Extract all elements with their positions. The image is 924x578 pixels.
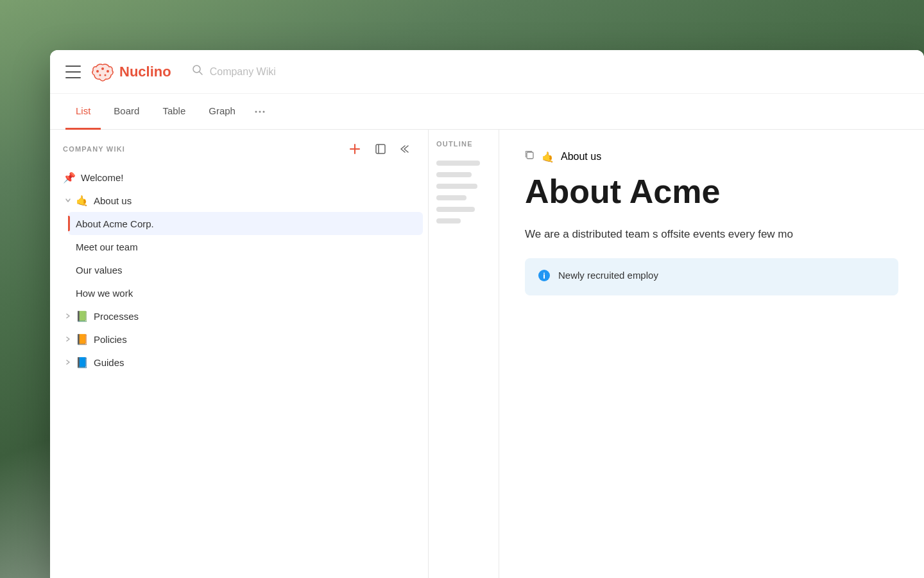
svg-rect-13 <box>408 359 414 365</box>
logo: Nuclino <box>91 62 171 82</box>
svg-point-2 <box>107 70 109 73</box>
chevron-down-icon <box>63 195 73 206</box>
sidebar-item-meet-team[interactable]: Meet our team <box>68 235 423 258</box>
policies-emoji: 📙 <box>76 333 89 346</box>
guides-label: Guides <box>94 357 406 368</box>
about-us-label: About us <box>94 195 406 206</box>
processes-label: Processes <box>94 311 406 322</box>
tab-graph[interactable]: Graph <box>198 94 246 130</box>
svg-point-8 <box>262 110 264 112</box>
content-panel: 🤙 About us About Acme We are a distribut… <box>499 130 924 578</box>
brain-logo-icon <box>91 62 114 82</box>
content-breadcrumb: 🤙 About us <box>525 150 898 163</box>
search-bar[interactable]: Company Wiki <box>192 64 276 79</box>
tabbar: List Board Table Graph <box>50 94 924 130</box>
svg-rect-10 <box>408 197 414 203</box>
sidebar-item-how-we-work[interactable]: How we work <box>68 281 423 304</box>
svg-point-7 <box>259 110 261 112</box>
processes-emoji: 📗 <box>76 310 89 322</box>
info-icon <box>538 269 551 285</box>
svg-point-4 <box>105 74 107 76</box>
svg-point-6 <box>255 110 257 112</box>
about-us-children: About Acme Corp. Meet our team Our value… <box>55 212 423 304</box>
svg-point-3 <box>99 74 101 76</box>
app-window: Nuclino Company Wiki List Board Table Gr… <box>50 50 924 578</box>
expand-panel-button[interactable] <box>372 140 389 158</box>
guides-emoji: 📘 <box>76 356 89 369</box>
outline-line <box>436 172 472 177</box>
sidebar: COMPANY WIKI <box>50 130 429 578</box>
sidebar-item-label: Welcome! <box>81 172 415 183</box>
meet-team-label: Meet our team <box>76 241 415 252</box>
sidebar-item-guides[interactable]: 📘 Guides <box>55 351 423 374</box>
svg-rect-9 <box>376 144 385 153</box>
sidebar-title: COMPANY WIKI <box>63 145 125 153</box>
chevron-right-icon <box>63 311 73 321</box>
outline-title: OUTLINE <box>436 140 491 148</box>
content-body: We are a distributed team s offsite even… <box>525 225 898 243</box>
sidebar-item-about-us[interactable]: 🤙 About us <box>55 189 423 212</box>
outline-lines <box>436 161 491 223</box>
page-copy-icon <box>525 150 535 163</box>
outline-line <box>436 184 477 189</box>
sidebar-actions <box>346 140 415 158</box>
collapse-sidebar-button[interactable] <box>397 140 415 158</box>
our-values-label: Our values <box>76 265 415 276</box>
pin-icon: 📌 <box>63 171 76 184</box>
svg-point-16 <box>543 273 545 274</box>
about-us-emoji: 🤙 <box>76 195 89 207</box>
svg-rect-11 <box>408 313 414 319</box>
outline-panel: OUTLINE <box>429 130 499 578</box>
policies-label: Policies <box>94 334 406 345</box>
sidebar-item-our-values[interactable]: Our values <box>68 258 423 281</box>
svg-rect-12 <box>408 336 414 342</box>
sidebar-item-about-acme[interactable]: About Acme Corp. <box>68 212 423 235</box>
tab-list[interactable]: List <box>65 94 101 130</box>
outline-line <box>436 195 466 200</box>
sidebar-item-policies[interactable]: 📙 Policies <box>55 328 423 351</box>
info-callout: Newly recruited employ <box>525 258 898 295</box>
search-icon <box>192 64 203 79</box>
outline-line <box>436 207 475 212</box>
svg-point-5 <box>193 66 200 73</box>
page-title: About Acme <box>525 173 898 210</box>
sidebar-tree: 📌 Welcome! 🤙 About us <box>50 166 428 578</box>
main-content: COMPANY WIKI <box>50 130 924 578</box>
add-item-button[interactable] <box>346 140 364 158</box>
breadcrumb-emoji: 🤙 <box>542 151 554 163</box>
about-acme-label: About Acme Corp. <box>76 218 415 229</box>
search-placeholder: Company Wiki <box>210 66 276 78</box>
outline-line <box>436 161 480 166</box>
tab-board[interactable]: Board <box>103 94 150 130</box>
callout-text: Newly recruited employ <box>558 268 658 283</box>
svg-point-0 <box>96 70 99 73</box>
sidebar-item-processes[interactable]: 📗 Processes <box>55 304 423 328</box>
svg-point-1 <box>101 67 104 70</box>
tab-table[interactable]: Table <box>152 94 196 130</box>
tab-more-button[interactable] <box>248 94 271 130</box>
sidebar-header: COMPANY WIKI <box>50 130 428 166</box>
outline-line <box>436 218 461 223</box>
breadcrumb-label: About us <box>561 151 601 162</box>
chevron-right-icon-2 <box>63 334 73 344</box>
app-name: Nuclino <box>119 64 171 80</box>
chevron-right-icon-3 <box>63 357 73 367</box>
how-we-work-label: How we work <box>76 288 415 299</box>
svg-rect-14 <box>527 152 533 159</box>
sidebar-item-welcome[interactable]: 📌 Welcome! <box>55 166 423 189</box>
hamburger-menu-icon[interactable] <box>65 66 81 78</box>
topbar: Nuclino Company Wiki <box>50 50 924 94</box>
